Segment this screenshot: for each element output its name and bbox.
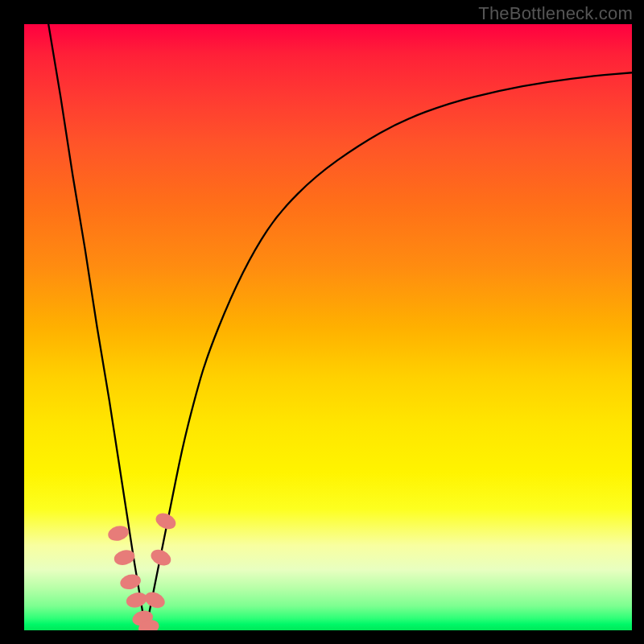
watermark-text: TheBottleneck.com	[478, 3, 633, 24]
chart-frame: TheBottleneck.com	[0, 0, 644, 644]
marker-point	[125, 590, 149, 609]
chart-svg	[24, 24, 632, 630]
right-branch-line	[146, 72, 632, 630]
marker-point	[142, 589, 167, 611]
left-branch-line	[48, 24, 146, 630]
plot-area	[24, 24, 632, 630]
curve-lines	[48, 24, 632, 630]
markers	[106, 510, 178, 630]
marker-point	[106, 523, 130, 543]
